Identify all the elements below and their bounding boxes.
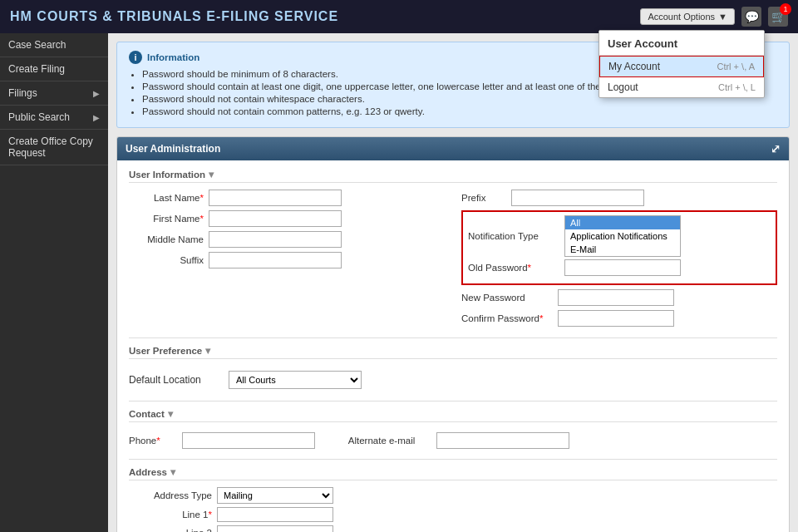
user-info-right: Prefix Notification Type All Application… (461, 190, 777, 331)
confirm-password-row: Confirm Password* (461, 310, 777, 327)
logout-shortcut: Ctrl + \, L (718, 82, 756, 92)
divider (129, 337, 777, 338)
user-preference-header: User Preference ▾ (129, 345, 777, 359)
line2-input[interactable] (217, 525, 333, 532)
prefix-input[interactable] (511, 190, 644, 206)
collapse-icon[interactable]: ▾ (205, 345, 210, 357)
address-type-select-wrapper: Mailing (217, 487, 333, 504)
logo-hm: HM (10, 9, 32, 23)
sidebar-item-create-filing[interactable]: Create Filing (0, 57, 108, 81)
panel-header: User Administration ⤢ (117, 137, 789, 160)
header: HM Courts & Tribunals E-Filing Service A… (0, 0, 798, 33)
middle-name-label: Middle Name (129, 234, 204, 244)
notification-type-list[interactable]: All Application Notifications E-Mail (564, 215, 681, 257)
info-icon: i (129, 51, 142, 64)
last-name-input[interactable] (209, 190, 342, 206)
logout-label: Logout (608, 81, 638, 93)
address-grid: Address Type Mailing Line 1* Line 2 Line… (129, 487, 777, 532)
chevron-right-icon: ▶ (93, 113, 100, 122)
chevron-right-icon: ▶ (93, 89, 100, 98)
address-type-label: Address Type (129, 490, 212, 500)
logo-rest: Courts & Tribunals E-Filing Service (32, 9, 338, 23)
suffix-input[interactable] (209, 252, 342, 268)
contact-header: Contact ▾ (129, 408, 777, 422)
first-name-label: First Name* (129, 214, 204, 224)
sidebar-item-label: Public Search (8, 111, 70, 123)
sidebar-item-label: Create Office Copy Request (8, 135, 100, 159)
old-password-label: Old Password* (468, 263, 559, 273)
line2-label: Line 2 (129, 528, 212, 532)
info-bullet: Password should not contain common patte… (142, 106, 777, 116)
phone-label: Phone* (129, 436, 160, 446)
prefix-row: Prefix (461, 190, 777, 206)
main-content: i Information Password should be minimum… (108, 33, 798, 532)
my-account-label: My Account (608, 61, 660, 72)
address-header: Address ▾ (129, 466, 777, 480)
divider (129, 401, 777, 401)
sidebar-item-label: Filings (8, 87, 37, 99)
prefix-label: Prefix (461, 193, 511, 203)
address-label: Address (129, 467, 167, 477)
notification-type-box: Notification Type All Application Notifi… (461, 210, 777, 285)
chevron-down-icon: ▼ (718, 12, 727, 22)
new-password-label: New Password (461, 293, 553, 303)
new-password-input[interactable] (558, 289, 674, 306)
collapse-icon[interactable]: ▾ (168, 408, 173, 420)
my-account-item[interactable]: My Account Ctrl + \, A (599, 56, 764, 77)
last-name-row: Last Name* (129, 190, 445, 206)
suffix-label: Suffix (129, 255, 204, 265)
old-password-input[interactable] (564, 259, 681, 276)
panel-title: User Administration (126, 143, 220, 155)
suffix-row: Suffix (129, 252, 445, 268)
cart-icon[interactable]: 🛒 1 (768, 7, 788, 27)
sidebar-item-copy-request[interactable]: Create Office Copy Request (0, 130, 108, 165)
middle-name-input[interactable] (209, 231, 342, 248)
panel-body: User Information ▾ Last Name* First Name… (117, 160, 789, 532)
collapse-icon[interactable]: ▾ (170, 466, 175, 478)
sidebar-item-case-search[interactable]: Case Search (0, 33, 108, 57)
default-location-row: Default Location All Courts (129, 366, 777, 394)
collapse-icon[interactable]: ▾ (209, 169, 214, 180)
last-name-label: Last Name* (129, 193, 204, 203)
address-type-select[interactable]: Mailing (217, 487, 333, 504)
sidebar-item-label: Case Search (8, 39, 66, 51)
old-password-row: Old Password* (468, 259, 771, 276)
cart-badge: 1 (780, 3, 791, 15)
confirm-password-input[interactable] (558, 310, 674, 327)
notification-type-label: Notification Type (468, 231, 559, 241)
default-location-select[interactable]: All Courts (229, 371, 362, 389)
confirm-password-label: Confirm Password* (461, 313, 553, 323)
user-preference-label: User Preference (129, 346, 202, 356)
notif-option-email[interactable]: E-Mail (565, 243, 680, 256)
chat-icon[interactable]: 💬 (741, 7, 761, 27)
user-info-left: Last Name* First Name* Middle Name Suffi… (129, 190, 445, 331)
sidebar-item-label: Create Filing (8, 63, 65, 75)
sidebar-item-filings[interactable]: Filings ▶ (0, 81, 108, 106)
user-info-header: User Information ▾ (129, 169, 777, 183)
alt-email-label: Alternate e-mail (348, 436, 416, 446)
app-title: HM Courts & Tribunals E-Filing Service (10, 9, 640, 24)
header-actions: Account Options ▼ 💬 🛒 1 (640, 7, 788, 27)
expand-icon[interactable]: ⤢ (771, 142, 781, 155)
line1-input[interactable] (217, 507, 333, 522)
alt-email-input[interactable] (436, 432, 569, 449)
user-account-title: User Account (599, 31, 764, 56)
first-name-input[interactable] (209, 210, 342, 227)
notif-option-all[interactable]: All (565, 216, 680, 229)
info-title-text: Information (147, 52, 200, 62)
phone-input[interactable] (182, 432, 315, 449)
user-account-dropdown: User Account My Account Ctrl + \, A Logo… (598, 30, 765, 98)
sidebar-item-public-search[interactable]: Public Search ▶ (0, 106, 108, 130)
user-info-two-col: Last Name* First Name* Middle Name Suffi… (129, 190, 777, 331)
contact-row: Phone* Alternate e-mail (129, 429, 777, 452)
my-account-shortcut: Ctrl + \, A (717, 62, 755, 71)
account-options-label: Account Options (648, 12, 715, 22)
notif-option-app[interactable]: Application Notifications (565, 229, 680, 243)
contact-label: Contact (129, 409, 165, 419)
notification-section: Notification Type All Application Notifi… (461, 210, 777, 285)
sidebar: Case Search Create Filing Filings ▶ Publ… (0, 33, 108, 532)
logout-item[interactable]: Logout Ctrl + \, L (599, 77, 764, 97)
divider (129, 459, 777, 460)
notification-type-row: Notification Type All Application Notifi… (468, 215, 771, 257)
account-options-button[interactable]: Account Options ▼ (640, 8, 735, 25)
